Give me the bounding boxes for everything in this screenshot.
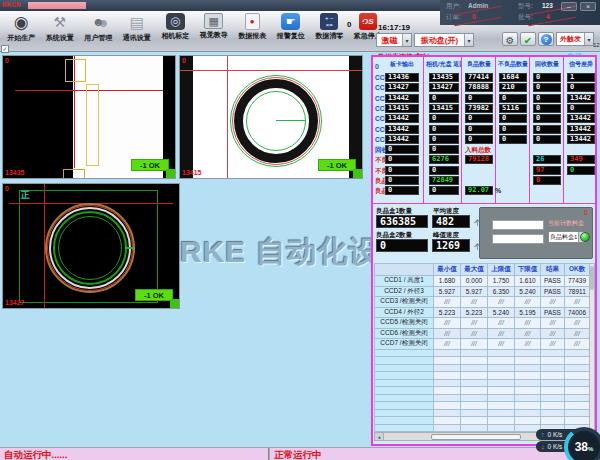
toolbar-corner-checkbox[interactable]: ✓ [1,45,9,53]
chevron-down-icon[interactable]: ▾ [584,33,593,45]
results-cell [515,402,541,410]
tray-input-2[interactable] [492,234,544,244]
results-column-header: 下限值 [515,264,541,276]
results-cell [488,387,515,395]
counter-red: 0 [361,20,365,29]
magnet-combo[interactable]: 激磁 ▾ [376,33,412,47]
camera-view-2[interactable]: 0 13415 -1 OK [179,55,363,179]
table-row[interactable]: CCD2 / 外径35.9275.9276.3505.240PASS78911 [375,286,590,297]
down-arrow-icon: ↓ [541,443,545,450]
results-cell [434,364,461,372]
results-cell: PASS [541,286,565,297]
confirm-check-button[interactable] [520,32,536,46]
results-cell [565,409,590,417]
minimize-button[interactable]: – [561,2,577,11]
results-cell: /// [541,318,565,329]
stats-value-box: 97 [533,166,561,175]
clock: 16:17:19 [378,23,410,32]
stats-value-box: 13436 [385,73,419,82]
toolbar-button-calc[interactable]: 数据清零 [310,11,349,52]
stats-value-box: 0 [465,94,493,103]
orientation-mark: 正 [21,189,30,202]
system-monitor-widget[interactable]: ↑ 0 K/s ↓ 0 K/s 38 % [536,426,600,460]
toolbar-button-report[interactable]: 数据报表 [233,11,272,52]
camera-view-1[interactable]: 0 13435 -1 OK [2,55,176,179]
results-cell [565,372,590,380]
results-cell [565,364,590,372]
camera-view-3[interactable]: 正 0 13427 -1 OK [2,183,180,309]
table-row[interactable]: CCD3 /检测关闭////////////////// [375,297,590,308]
results-cell [541,387,565,395]
stats-value-box: 0 [429,135,459,144]
table-row-empty [375,349,590,357]
status-corner-square [170,299,179,308]
result-badge: -1 OK [135,289,173,301]
tray-counter-panel: 0 当前计数料盒 良品料盒1 ▾ [479,207,593,259]
crosshair-h [180,70,363,71]
toolbar-button-label: 用户管理 [84,33,112,43]
toolbar-button-label: 开始生产 [7,33,35,43]
results-cell: 6.350 [488,286,515,297]
measure-circle [58,216,122,280]
toolbar-button-camera[interactable]: 相机标定 [156,11,195,52]
percent-sign: % [588,446,593,452]
results-cell [434,349,461,357]
toolbar-button-server[interactable]: 通讯设置 [118,11,157,52]
usage-percent-ring[interactable]: 38 % [564,427,600,460]
vibration-disc-combo[interactable]: 振动盘(开) ▾ [414,33,474,47]
measurement-results-table: 最小值最大值上限值下限值结果OK数CCD1 / 高度11.6800.0001.7… [374,263,589,432]
table-row-empty [375,364,590,372]
tray-input-1[interactable] [492,220,544,230]
avg-speed-value: 482 [432,215,470,228]
results-cell [375,357,434,365]
results-cell [488,349,515,357]
vertical-scrollbar[interactable]: ▾ [589,263,595,441]
toolbar-button-hand[interactable]: 报警复位 [272,11,311,52]
stats-value-box: 0 [533,94,561,103]
toolbar-button-users[interactable]: 用户管理 [79,11,118,52]
results-cell [375,394,434,402]
toolbar-button-tools[interactable]: 系统设置 [41,11,80,52]
trigger-mode-combo[interactable]: 外触发 ▾ [556,32,594,46]
settings-gear-button[interactable] [502,32,518,46]
toolbar-button-label: 通讯设置 [123,33,151,43]
table-row[interactable]: CCD1 / 高度11.6800.0001.7501.610PASS77439 [375,276,590,287]
chevron-down-icon[interactable]: ▾ [402,34,411,46]
roi-box [86,84,99,166]
stats-value-box: 0 [385,155,419,164]
scrollbar-thumb[interactable] [590,266,594,290]
results-cell: 1.680 [434,276,461,287]
results-cell [434,372,461,380]
radius-line [276,120,306,121]
camera-counter: 13435 [5,169,24,176]
counter-black: 0 [347,20,351,29]
table-row[interactable]: CCD4 / 外径25.2235.2235.2405.195PASS74006 [375,307,590,318]
table-row[interactable]: CCD7 /检测关闭////////////////// [375,339,590,350]
toolbar-button-vision[interactable]: 视觉教导 [195,11,234,52]
results-cell [541,379,565,387]
results-row-label: CCD4 / 外径2 [375,307,434,318]
results-cell [541,357,565,365]
stats-value-box: 0 [533,176,561,185]
results-cell [515,364,541,372]
toolbar-buttons: 开始生产系统设置用户管理通讯设置相机标定视觉教导数据报表报警复位数据清零紧急停止 [2,11,388,52]
results-cell: /// [565,328,590,339]
scroll-left-icon[interactable]: ◂ [375,433,384,440]
results-cell [565,402,590,410]
toolbar-button-label: 报警复位 [277,31,305,41]
results-cell [488,379,515,387]
user-label: 用户: [446,2,461,11]
close-button[interactable]: × [580,2,596,11]
table-row[interactable]: CCD6 /检测关闭////////////////// [375,328,590,339]
results-cell: 1.610 [515,276,541,287]
tools-icon [49,13,71,32]
stats-column-header: 板卡输出 [382,60,422,69]
image-region [180,56,193,179]
application-window: RKCN 开始生产系统设置用户管理通讯设置相机标定视觉教导数据报表报警复位数据清… [0,0,600,460]
table-row[interactable]: CCD5 /检测关闭////////////////// [375,318,590,329]
scrollbar-thumb[interactable] [431,434,521,440]
crosshair-v [227,56,228,179]
chevron-down-icon[interactable]: ▾ [464,34,473,46]
radius-line [125,247,134,249]
help-info-button[interactable]: ? [538,32,554,46]
